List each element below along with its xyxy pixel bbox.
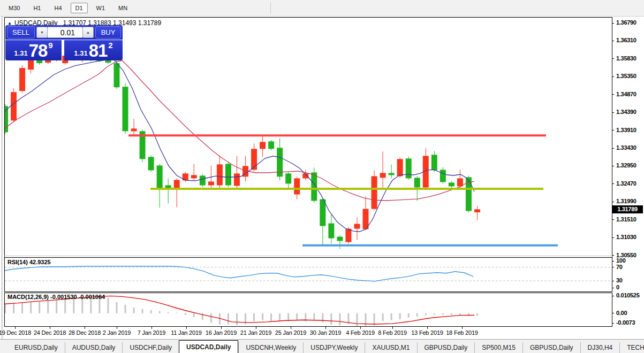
rsi-line (5, 266, 473, 281)
rsi-indicator-pane[interactable] (4, 257, 612, 292)
candle-body (148, 157, 154, 170)
candle-body (28, 59, 34, 70)
tab-gbpusd-daily[interactable]: GBPUSD,Daily (417, 342, 475, 353)
trade-panel-prices: 1.31 78 9 1.31 81 2 (5, 40, 123, 60)
candle-body (406, 158, 412, 178)
buy-price-pip: 2 (108, 41, 112, 50)
tab-dj30-h4[interactable]: DJ30,H4 (580, 342, 620, 353)
price-axis-label-tick (612, 112, 614, 113)
sell-price-display[interactable]: 1.31 78 9 (5, 40, 62, 60)
price-axis-label: 1.31510 (616, 216, 637, 222)
toolbar-separator (270, 2, 271, 14)
trade-panel-toolbar: SELL ▼ 0.01 ▲ BUY (5, 25, 123, 40)
volume-increase-icon[interactable]: ▲ (82, 27, 94, 38)
candle-body (113, 63, 119, 87)
sell-price-big: 78 (29, 42, 48, 59)
volume-input[interactable]: 0.01 (48, 27, 82, 38)
price-axis-label-tick (612, 23, 614, 24)
buy-price-display[interactable]: 1.31 81 2 (64, 40, 123, 60)
candle-body (268, 141, 274, 149)
window-left-edge (2, 16, 2, 339)
candle-body (191, 175, 197, 178)
tab-gbpusd-daily[interactable]: GBPUSD,Daily (522, 342, 580, 353)
price-axis-label-tick (612, 219, 614, 220)
macd-signal-line (5, 296, 474, 324)
timeframe-button-h4[interactable]: H4 (49, 3, 66, 13)
pane-splitter[interactable] (4, 256, 612, 256)
candle-body (328, 224, 334, 239)
date-tick (427, 327, 428, 329)
candle-body (208, 181, 214, 185)
date-tick (151, 327, 152, 329)
price-axis-label: 1.35350 (616, 73, 637, 79)
price-axis-label: 1.32470 (616, 180, 637, 187)
price-axis-label-tick (612, 41, 614, 41)
timeframe-button-d1[interactable]: D1 (71, 3, 88, 13)
macd-axis-label: -0.0073 (616, 319, 635, 326)
candle-body (131, 128, 137, 131)
fast-ma-line (5, 60, 474, 232)
volume-decrease-icon[interactable]: ▼ (36, 27, 48, 38)
price-axis-label: 1.33910 (616, 127, 637, 133)
tab-sp500-m15[interactable]: SP500,M15 (474, 342, 522, 353)
date-tick (462, 327, 463, 329)
buy-button[interactable]: BUY (95, 26, 121, 39)
timeframe-button-m30[interactable]: M30 (4, 3, 25, 13)
candle-body (105, 60, 111, 63)
sell-button[interactable]: SELL (7, 26, 35, 39)
date-tick (85, 327, 85, 329)
rsi-axis-label-tick (612, 281, 614, 281)
price-axis-label-tick (612, 166, 614, 166)
candle-body (380, 173, 386, 178)
tab-usdcad-daily[interactable]: USDCAD,Daily (179, 340, 238, 353)
macd-axis-label-tick (612, 323, 614, 324)
current-price-tag: 1.31789 (612, 205, 643, 213)
candle-body (174, 180, 180, 189)
buy-price-big: 81 (89, 42, 108, 59)
price-axis-label-tick (612, 148, 614, 149)
price-axis[interactable]: 1.31789 1.367901.363101.358301.353501.34… (612, 17, 644, 338)
price-axis-label: 1.32950 (616, 162, 637, 168)
rsi-chart (5, 258, 612, 291)
chart-tab-bar: EURUSD,DailyAUDUSD,DailyUSDCHF,DailyUSDC… (0, 339, 644, 353)
buy-price-prefix: 1.31 (74, 49, 87, 57)
price-axis-label-tick (612, 58, 614, 59)
timeframe-button-w1[interactable]: W1 (92, 3, 110, 13)
rsi-axis-label: 30 (616, 277, 623, 283)
candle-body (474, 209, 480, 212)
price-axis-label-tick (612, 255, 614, 256)
price-axis-label: 1.33430 (616, 144, 637, 151)
date-tick (325, 327, 326, 329)
price-axis-label: 1.31030 (616, 234, 637, 240)
sell-price-prefix: 1.31 (14, 49, 27, 57)
price-axis-label-tick (612, 130, 614, 131)
date-tick (15, 327, 16, 329)
candle-body (285, 173, 291, 183)
price-axis-label: 1.34390 (616, 109, 637, 115)
volume-spinner: ▼ 0.01 ▲ (36, 27, 94, 38)
candle-body (345, 229, 351, 242)
price-axis-label: 1.35830 (616, 55, 637, 62)
candle-body (431, 155, 437, 170)
rsi-axis-label: 70 (616, 264, 623, 270)
timeframe-button-h1[interactable]: H1 (28, 3, 46, 13)
candle-body (157, 165, 163, 188)
macd-axis-label-tick (612, 296, 614, 296)
date-tick (186, 327, 187, 329)
candle-body (123, 87, 128, 131)
rsi-axis-label-tick (612, 267, 614, 267)
tab-usdcnh-weekly[interactable]: USDCNH,Weekly (238, 342, 303, 353)
rsi-axis-label: 100 (616, 257, 625, 264)
tab-xauusd-m1[interactable]: XAUUSD,M1 (365, 342, 416, 353)
tab-audusd-daily[interactable]: AUDUSD,Daily (65, 342, 123, 353)
tab-eurusd-daily[interactable]: EURUSD,Daily (7, 342, 65, 353)
rsi-indicator-label: RSI(14) 42.9325 (7, 259, 51, 265)
timeframe-button-mn[interactable]: MN (113, 3, 132, 13)
date-axis[interactable]: 19 Dec 201824 Dec 201828 Dec 20182 Jan 2… (0, 327, 644, 339)
candle-body (19, 68, 25, 91)
candle-body (320, 199, 325, 226)
tab-tech10[interactable]: TECH10 (619, 342, 644, 353)
tab-usdchf-daily[interactable]: USDCHF,Daily (122, 342, 179, 353)
price-axis-label-tick (612, 94, 614, 95)
tab-usdjpy-weekly[interactable]: USDJPY,Weekly (303, 342, 365, 353)
